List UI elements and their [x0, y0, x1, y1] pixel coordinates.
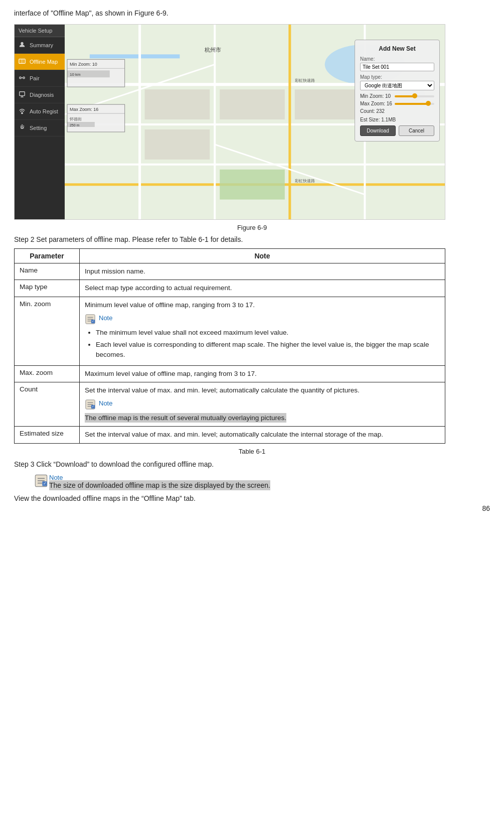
note-icon-count: ✓ — [85, 399, 96, 410]
panel-name-label: Name: — [360, 56, 434, 62]
count-main-text: Set the interval value of max. and min. … — [85, 386, 360, 394]
svg-rect-26 — [220, 89, 285, 119]
sidebar-header: Vehicle Setup — [15, 25, 65, 37]
svg-text:✓: ✓ — [43, 481, 47, 486]
param-note-name: Input mission name. — [80, 263, 445, 280]
param-note-minzoom: Minimum level value of offline map, rang… — [80, 297, 445, 365]
person-icon — [19, 41, 27, 49]
panel-name-field: Name: — [360, 56, 434, 71]
figure-container: Vehicle Setup Summary Offline Map Pair — [14, 24, 445, 220]
param-note-count: Set the interval value of max. and min. … — [80, 382, 445, 427]
step2-text: Step 2 Set parameters of offline map. Pl… — [14, 235, 490, 243]
svg-point-5 — [23, 77, 25, 79]
sidebar-item-setting[interactable]: Setting — [15, 120, 65, 137]
sidebar-item-diagnosis[interactable]: Diagnosis — [15, 87, 65, 103]
table-row: Min. zoom Minimum level value of offline… — [15, 297, 445, 365]
sidebar-label-diagnosis: Diagnosis — [30, 92, 54, 98]
panel-maptype-select[interactable]: Google 街道地图 — [360, 81, 434, 90]
sidebar-item-auto-regist[interactable]: Auto Regist — [15, 103, 65, 120]
svg-text:彩虹快速路: 彩虹快速路 — [295, 78, 315, 83]
page-number: 86 — [482, 504, 490, 512]
param-name-maxzoom: Max. zoom — [15, 365, 80, 382]
table-caption: Table 6-1 — [14, 448, 490, 455]
svg-rect-28 — [295, 89, 360, 119]
svg-rect-7 — [20, 92, 25, 96]
param-note-maptype: Select map type according to actual requ… — [80, 280, 445, 297]
cancel-button[interactable]: Cancel — [399, 125, 434, 136]
figure-caption: Figure 6-9 — [14, 224, 490, 231]
param-name-minzoom: Min. zoom — [15, 297, 80, 365]
step3-highlighted: The size of downloaded offline map is th… — [49, 480, 270, 490]
param-name-estsize: Estimated size — [15, 427, 80, 443]
count-note-box: ✓ Note — [85, 398, 440, 410]
sidebar: Vehicle Setup Summary Offline Map Pair — [15, 25, 65, 219]
min-zoom-track[interactable] — [395, 95, 434, 97]
sidebar-item-summary[interactable]: Summary — [15, 37, 65, 54]
table-row: Map type Select map type according to ac… — [15, 280, 445, 297]
link-icon — [19, 74, 27, 82]
download-button[interactable]: Download — [360, 125, 396, 136]
view-text: View the downloaded offline maps in the … — [14, 494, 490, 502]
sidebar-label-pair: Pair — [30, 75, 40, 81]
table-header-param: Parameter — [15, 249, 80, 263]
panel-maptype-label: Map type: — [360, 74, 434, 80]
sidebar-label-summary: Summary — [30, 42, 53, 48]
svg-text:✓: ✓ — [92, 404, 94, 408]
max-zoom-track[interactable] — [395, 103, 434, 105]
map-icon — [19, 58, 27, 66]
svg-point-10 — [22, 112, 23, 114]
sidebar-label-setting: Setting — [30, 125, 47, 131]
sidebar-item-offline-map[interactable]: Offline Map — [15, 54, 65, 70]
svg-text:彩虹快速路: 彩虹快速路 — [295, 179, 315, 183]
svg-rect-29 — [220, 170, 285, 200]
svg-rect-14 — [90, 54, 180, 58]
count-highlighted: The offline map is the result of several… — [85, 413, 286, 423]
svg-text:Max Zoom: 16: Max Zoom: 16 — [70, 107, 98, 112]
minzoom-main-text: Minimum level value of offline map, rang… — [85, 301, 255, 309]
table-row: Count Set the interval value of max. and… — [15, 382, 445, 427]
gear-icon — [19, 124, 27, 132]
minzoom-note-label: Note — [99, 313, 112, 323]
max-zoom-row: Max Zoom: 16 — [360, 101, 434, 106]
step3-text: Step 3 Click “Download” to download the … — [14, 460, 490, 468]
param-name-count: Count — [15, 382, 80, 427]
svg-text:怀德街: 怀德街 — [69, 117, 82, 121]
note-icon-minzoom: ✓ — [85, 314, 96, 325]
intro-text: interface of "Offline Map", as shown in … — [14, 9, 490, 17]
sidebar-item-pair[interactable]: Pair — [15, 70, 65, 87]
monitor-icon — [19, 91, 27, 99]
svg-text:Min Zoom: 10: Min Zoom: 10 — [70, 62, 97, 67]
param-name-name: Name — [15, 263, 80, 280]
svg-rect-1 — [19, 59, 25, 64]
svg-text:250 m: 250 m — [70, 123, 80, 127]
sidebar-label-offline-map: Offline Map — [30, 59, 58, 65]
svg-point-4 — [20, 77, 22, 79]
minzoom-bullet-list: The minimum level value shall not exceed… — [85, 328, 440, 360]
panel-buttons: Download Cancel — [360, 125, 434, 136]
max-zoom-label: Max Zoom: 16 — [360, 101, 393, 106]
svg-text:杭州市: 杭州市 — [204, 47, 221, 53]
step3-note-content: Note The size of downloaded offline map … — [49, 473, 270, 489]
table-row: Name Input mission name. — [15, 263, 445, 280]
panel-name-input[interactable] — [360, 63, 434, 71]
svg-rect-27 — [145, 129, 210, 160]
min-zoom-label: Min Zoom: 10 — [360, 93, 393, 99]
svg-point-0 — [21, 42, 23, 45]
table-header-note: Note — [80, 249, 445, 263]
parameter-table: Parameter Note Name Input mission name. … — [14, 248, 445, 444]
wifi-icon — [19, 107, 27, 115]
table-row: Estimated size Set the interval value of… — [15, 427, 445, 443]
map-area: 杭州市 彩虹快速路 彩虹快速路 Min Zoom: 10 10 km Max Z… — [65, 25, 445, 219]
panel-count: Count: 232 — [360, 108, 434, 114]
param-note-estsize: Set the interval value of max. and min. … — [80, 427, 445, 443]
sidebar-label-auto-regist: Auto Regist — [30, 108, 58, 114]
panel-est-size: Est Size: 1.1MB — [360, 117, 434, 122]
param-name-maptype: Map type — [15, 280, 80, 297]
panel-title: Add New Set — [360, 45, 434, 52]
table-row: Max. zoom Maximum level value of offline… — [15, 365, 445, 382]
svg-rect-25 — [145, 89, 210, 119]
svg-text:10 km: 10 km — [70, 72, 81, 77]
add-new-set-panel: Add New Set Name: Map type: Google 街道地图 … — [355, 40, 440, 142]
svg-text:✓: ✓ — [92, 319, 94, 323]
min-zoom-row: Min Zoom: 10 — [360, 93, 434, 99]
